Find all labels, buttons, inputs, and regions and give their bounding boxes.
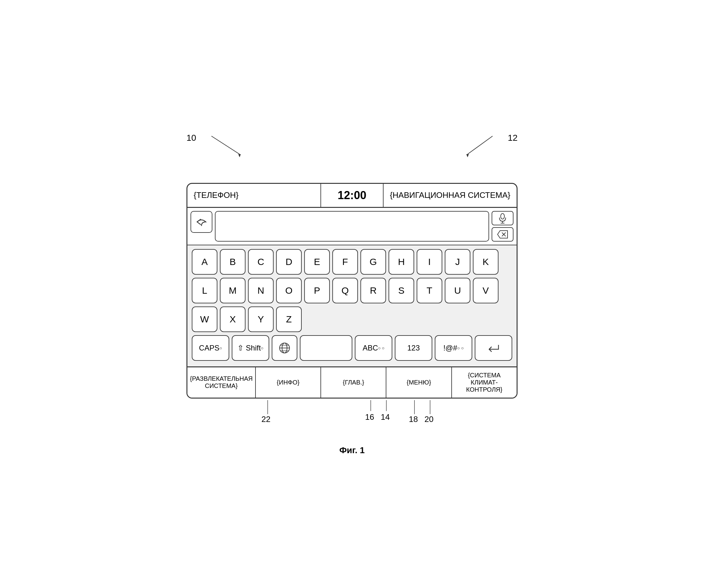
abc-label: ABC — [363, 344, 378, 352]
sym-key[interactable]: !@# ○ ○ — [435, 335, 472, 361]
status-phone: {ТЕЛЕФОН} — [187, 184, 321, 207]
caps-label: CAPS — [199, 344, 219, 352]
key-N[interactable]: N — [248, 278, 274, 303]
delete-icon — [497, 230, 508, 239]
key-row-1: A B C D E F G H I J K — [192, 249, 512, 275]
status-bar: {ТЕЛЕФОН} 12:00 {НАВИГАЦИОННАЯ СИСТЕМА} — [187, 184, 517, 208]
key-P[interactable]: P — [304, 278, 330, 303]
svg-point-4 — [501, 213, 505, 219]
enter-icon — [487, 342, 501, 353]
ref-label-12: 12 — [508, 133, 518, 143]
voice-icon — [497, 212, 508, 224]
delete-button[interactable] — [491, 227, 514, 242]
ref-label-10: 10 — [186, 133, 196, 143]
annotation-arrows: 22 16 14 18 20 — [186, 399, 518, 439]
globe-key[interactable] — [272, 335, 297, 361]
text-input-field[interactable] — [215, 211, 489, 242]
svg-marker-3 — [466, 154, 469, 157]
key-F[interactable]: F — [332, 249, 358, 275]
key-W[interactable]: W — [192, 307, 217, 332]
input-right-buttons — [491, 211, 514, 242]
svg-text:14: 14 — [381, 412, 390, 421]
keyboard-area: A B C D E F G H I J K L M N O P Q R — [187, 245, 517, 367]
key-C[interactable]: C — [248, 249, 274, 275]
num-key[interactable]: 123 — [395, 335, 432, 361]
key-U[interactable]: U — [445, 278, 470, 303]
enter-key[interactable] — [475, 335, 512, 361]
back-button[interactable] — [190, 211, 213, 233]
key-Q[interactable]: Q — [332, 278, 358, 303]
key-row-4: CAPS ○ ⇧ Shift ○ — [192, 335, 512, 361]
key-J[interactable]: J — [445, 249, 470, 275]
input-area — [187, 208, 517, 245]
key-L[interactable]: L — [192, 278, 217, 303]
key-E[interactable]: E — [304, 249, 330, 275]
status-nav: {НАВИГАЦИОННАЯ СИСТЕМА} — [384, 184, 517, 207]
key-K[interactable]: K — [473, 249, 498, 275]
key-row-3: W X Y Z — [192, 307, 512, 332]
bottom-bar: {РАЗВЛЕКАТЕЛЬНАЯ СИСТЕМА} {ИНФО} {ГЛАВ.}… — [187, 367, 517, 398]
abc-key[interactable]: ABC ○ ○ — [355, 335, 392, 361]
svg-line-0 — [212, 136, 240, 154]
svg-text:16: 16 — [365, 412, 374, 421]
voice-button[interactable] — [491, 211, 514, 225]
key-V[interactable]: V — [473, 278, 498, 303]
back-icon — [195, 217, 208, 226]
key-G[interactable]: G — [360, 249, 386, 275]
bottom-info[interactable]: {ИНФО} — [256, 367, 321, 398]
key-O[interactable]: O — [276, 278, 302, 303]
globe-icon — [278, 342, 291, 354]
key-D[interactable]: D — [276, 249, 302, 275]
space-key[interactable] — [300, 335, 352, 361]
sym-label: !@# — [443, 344, 457, 352]
key-B[interactable]: B — [220, 249, 245, 275]
bottom-menu[interactable]: {МЕНЮ} — [386, 367, 452, 398]
key-T[interactable]: T — [417, 278, 442, 303]
svg-text:18: 18 — [409, 414, 418, 424]
svg-text:20: 20 — [424, 414, 433, 424]
key-S[interactable]: S — [389, 278, 414, 303]
svg-text:22: 22 — [261, 414, 271, 424]
main-device: {ТЕЛЕФОН} 12:00 {НАВИГАЦИОННАЯ СИСТЕМА} — [186, 183, 518, 399]
callout-arrows — [186, 133, 518, 158]
key-Y[interactable]: Y — [248, 307, 274, 332]
svg-marker-1 — [238, 154, 241, 157]
caps-key[interactable]: CAPS ○ — [192, 335, 229, 361]
key-R[interactable]: R — [360, 278, 386, 303]
key-I[interactable]: I — [417, 249, 442, 275]
shift-key[interactable]: ⇧ Shift ○ — [232, 335, 269, 361]
key-Z[interactable]: Z — [276, 307, 302, 332]
figure-caption: Фиг. 1 — [339, 445, 364, 455]
status-time: 12:00 — [321, 184, 384, 207]
key-H[interactable]: H — [389, 249, 414, 275]
key-A[interactable]: A — [192, 249, 217, 275]
shift-label: ⇧ Shift — [237, 344, 261, 352]
key-M[interactable]: M — [220, 278, 245, 303]
svg-line-2 — [468, 136, 492, 154]
bottom-home[interactable]: {ГЛАВ.} — [321, 367, 386, 398]
key-row-2: L M N O P Q R S T U V — [192, 278, 512, 303]
bottom-entertainment[interactable]: {РАЗВЛЕКАТЕЛЬНАЯ СИСТЕМА} — [187, 367, 256, 398]
bottom-climate[interactable]: {СИСТЕМА КЛИМАТ-КОНТРОЛЯ} — [452, 367, 517, 398]
key-X[interactable]: X — [220, 307, 245, 332]
num-label: 123 — [407, 344, 420, 352]
